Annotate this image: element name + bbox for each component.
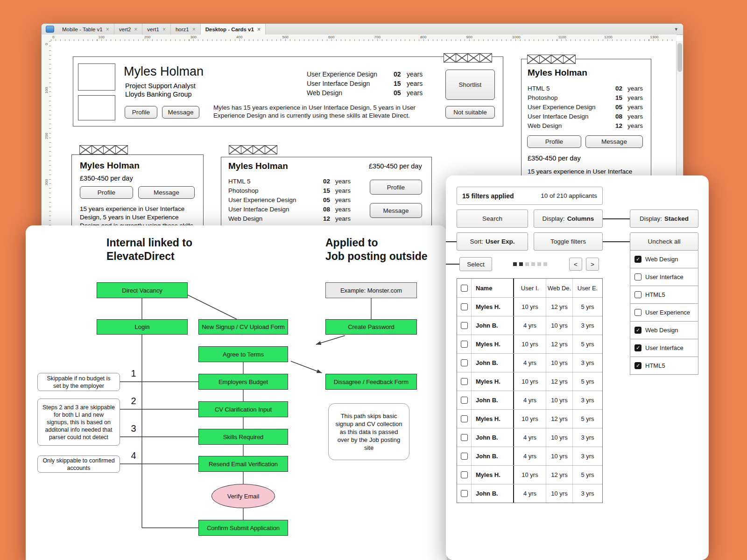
table-row[interactable]: John B.4 yrs10 yrs3 yrs bbox=[457, 353, 602, 372]
checkbox-icon[interactable] bbox=[461, 378, 468, 385]
skill-years: 12 bbox=[323, 215, 335, 222]
tab-close-icon[interactable]: × bbox=[134, 26, 137, 33]
checkbox-icon[interactable] bbox=[461, 434, 468, 441]
select-button[interactable]: Select bbox=[459, 257, 492, 271]
pager-dot[interactable] bbox=[525, 262, 529, 266]
flow-node-resend-email[interactable]: Resend Email Verification bbox=[198, 456, 288, 472]
candidate-company: Lloyds Banking Group bbox=[125, 91, 192, 98]
next-page-button[interactable]: > bbox=[586, 258, 599, 271]
flow-note-confirmed-accounts: Only skippable to confirmed accounts bbox=[37, 455, 120, 473]
tab-close-icon[interactable]: × bbox=[192, 26, 196, 33]
checkbox-icon[interactable] bbox=[461, 471, 468, 478]
table-row[interactable]: Myles H.10 yrs12 yrs5 yrs bbox=[457, 409, 602, 428]
message-button[interactable]: Message bbox=[370, 203, 422, 218]
pager-dot[interactable] bbox=[543, 262, 547, 266]
flow-node-login[interactable]: Login bbox=[97, 319, 188, 335]
display-columns-button[interactable]: Display: Columns bbox=[534, 210, 603, 228]
table-row[interactable]: Myles H.10 yrs12 yrs5 yrs bbox=[457, 465, 602, 484]
checkbox-icon[interactable] bbox=[461, 359, 468, 366]
checkbox-icon[interactable] bbox=[634, 309, 641, 316]
checkbox-icon[interactable]: ✓ bbox=[634, 327, 641, 334]
message-button[interactable]: Message bbox=[585, 135, 643, 148]
flow-node-agree-to-terms[interactable]: Agree to Terms bbox=[198, 346, 288, 362]
flow-node-skills-required[interactable]: Skills Required bbox=[198, 429, 288, 445]
flow-node-employers-budget[interactable]: Employers Budget bbox=[198, 374, 288, 390]
filter-option-user-interface[interactable]: ✓User Interface bbox=[630, 339, 698, 357]
app-icon bbox=[46, 26, 54, 33]
tab-close-icon[interactable]: × bbox=[106, 26, 109, 33]
tab-overflow-caret-icon[interactable]: ▾ bbox=[675, 26, 677, 32]
filter-option-html5[interactable]: HTML5 bbox=[630, 286, 698, 304]
filter-option-user-experience[interactable]: User Experience bbox=[630, 303, 698, 322]
years-cell: 4 yrs bbox=[514, 428, 546, 447]
table-row[interactable]: John B.4 yrs10 yrs3 yrs bbox=[457, 391, 602, 409]
checkbox-icon[interactable]: ✓ bbox=[634, 362, 641, 369]
tab-mobile-table-v1[interactable]: Mobile - Table v1× bbox=[57, 24, 114, 35]
message-button[interactable]: Message bbox=[162, 106, 199, 119]
pager-dot[interactable] bbox=[513, 262, 517, 266]
checkbox-icon[interactable]: ✓ bbox=[634, 256, 641, 263]
uncheck-all-button[interactable]: Uncheck all bbox=[630, 232, 698, 251]
table-row[interactable]: Myles H.10 yrs12 yrs5 yrs bbox=[457, 335, 602, 353]
checkbox-icon[interactable] bbox=[634, 273, 641, 280]
flow-node-example-monster[interactable]: Example: Monster.com bbox=[325, 282, 417, 298]
table-row[interactable]: Myles H.10 yrs12 yrs5 yrs bbox=[457, 372, 602, 391]
profile-button[interactable]: Profile bbox=[125, 106, 157, 119]
table-row[interactable]: Myles H.10 yrs12 yrs5 yrs bbox=[457, 297, 602, 316]
flow-node-confirm-submit[interactable]: Confirm Submit Application bbox=[198, 520, 288, 536]
pager-dot[interactable] bbox=[531, 262, 535, 266]
image-placeholder-icon bbox=[115, 145, 128, 154]
tab-vert1[interactable]: vert1× bbox=[142, 24, 171, 35]
profile-button[interactable]: Profile bbox=[527, 135, 581, 148]
table-row[interactable]: John B.4 yrs10 yrs3 yrs bbox=[457, 316, 602, 335]
not-suitable-button[interactable]: Not suitable bbox=[445, 106, 495, 119]
prev-page-button[interactable]: < bbox=[569, 258, 582, 271]
checkbox-icon[interactable] bbox=[461, 341, 468, 348]
checkbox-icon[interactable] bbox=[461, 490, 468, 497]
checkbox-icon[interactable] bbox=[461, 397, 468, 404]
profile-button[interactable]: Profile bbox=[370, 180, 422, 195]
message-button[interactable]: Message bbox=[138, 186, 195, 199]
tab-close-icon[interactable]: × bbox=[162, 26, 166, 33]
checkbox-icon[interactable] bbox=[461, 285, 468, 292]
filter-option-user-interface[interactable]: User Interface bbox=[630, 268, 698, 286]
table-row[interactable]: John B.4 yrs10 yrs3 yrs bbox=[457, 447, 602, 465]
skill-unit: years bbox=[407, 70, 428, 78]
pager-dot[interactable] bbox=[537, 262, 541, 266]
tab-horz1[interactable]: horz1× bbox=[171, 24, 201, 35]
candidate-name: Myles Holman bbox=[228, 161, 288, 171]
filter-option-web-design[interactable]: ✓Web Design bbox=[630, 250, 698, 268]
pager-dot[interactable] bbox=[519, 262, 523, 266]
flow-node-new-signup[interactable]: New Signup / CV Upload Form bbox=[198, 319, 288, 335]
flow-node-create-password[interactable]: Create Password bbox=[325, 319, 417, 335]
scrollbar-thumb[interactable] bbox=[677, 43, 682, 72]
checkbox-icon[interactable]: ✓ bbox=[634, 344, 641, 351]
search-button[interactable]: Search bbox=[457, 210, 528, 228]
tab-vert2[interactable]: vert2× bbox=[114, 24, 143, 35]
checkbox-icon[interactable] bbox=[461, 322, 468, 329]
display-stacked-button[interactable]: Display: Stacked bbox=[630, 210, 698, 228]
flow-node-direct-vacancy[interactable]: Direct Vacancy bbox=[97, 282, 188, 298]
shortlist-button[interactable]: Shortlist bbox=[445, 70, 495, 100]
filter-option-web-design[interactable]: ✓Web Design bbox=[630, 321, 698, 339]
tab-desktop-cards-v1[interactable]: Desktop - Cards v1× bbox=[201, 24, 266, 35]
table-row[interactable]: John B.4 yrs10 yrs3 yrs bbox=[457, 428, 602, 447]
pagination-dots bbox=[513, 262, 547, 266]
sort-button[interactable]: Sort: User Exp. bbox=[457, 232, 528, 251]
checkbox-icon[interactable] bbox=[634, 291, 641, 298]
flow-node-dissagree-feedback[interactable]: Dissagree / Feedback Form bbox=[325, 374, 417, 390]
checkbox-icon[interactable] bbox=[461, 415, 468, 422]
applicants-table: NameUser I.Web De.User E.Myles H.10 yrs1… bbox=[457, 278, 603, 503]
table-row[interactable]: John B.4 yrs10 yrs3 yrs bbox=[457, 484, 602, 503]
profile-button[interactable]: Profile bbox=[80, 186, 133, 199]
tab-close-icon[interactable]: × bbox=[257, 26, 261, 33]
flow-node-verify-email[interactable]: Verify Email bbox=[211, 484, 275, 508]
checkbox-icon[interactable] bbox=[461, 303, 468, 310]
flowchart-window: Internal linked to ElevateDirect Applied… bbox=[26, 225, 447, 560]
filter-option-label: User Interface bbox=[645, 273, 684, 280]
flow-node-cv-clarification[interactable]: CV Clarification Input bbox=[198, 401, 288, 417]
filter-option-html5[interactable]: ✓HTML5 bbox=[630, 357, 698, 375]
checkbox-icon[interactable] bbox=[461, 453, 468, 460]
toggle-filters-button[interactable]: Toggle filters bbox=[534, 232, 603, 251]
image-placeholder-icon bbox=[527, 55, 540, 64]
